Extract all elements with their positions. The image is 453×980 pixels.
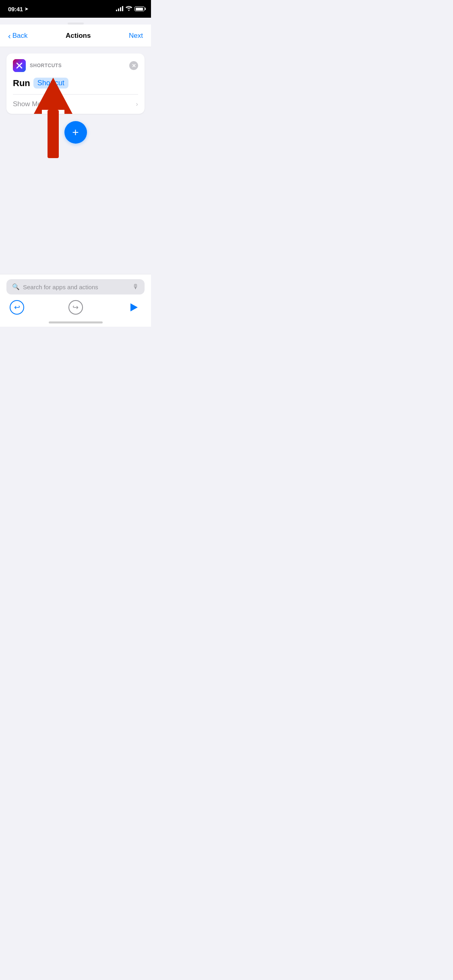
back-chevron-icon: ‹ bbox=[8, 32, 11, 40]
search-icon: 🔍 bbox=[12, 283, 20, 290]
bottom-actions: ↩ ↪ bbox=[6, 300, 145, 315]
wifi-icon bbox=[126, 6, 132, 12]
battery-icon bbox=[134, 6, 145, 11]
app-label: SHORTCUTS bbox=[30, 63, 62, 68]
back-button[interactable]: ‹ Back bbox=[8, 32, 27, 40]
shortcuts-app-icon bbox=[13, 59, 26, 72]
undo-icon: ↩ bbox=[14, 303, 20, 312]
signal-icon bbox=[116, 6, 123, 11]
status-icons bbox=[116, 6, 145, 12]
action-card: SHORTCUTS ✕ Run Shortcut Show Mo › bbox=[6, 54, 145, 114]
svg-rect-1 bbox=[48, 110, 59, 158]
show-more-row[interactable]: Show Mo › bbox=[6, 95, 145, 114]
show-more-text: Show Mo bbox=[13, 100, 41, 108]
add-action-button[interactable]: + bbox=[64, 121, 87, 144]
microphone-icon[interactable]: 🎙 bbox=[132, 283, 139, 290]
undo-button[interactable]: ↩ bbox=[10, 300, 24, 315]
search-bar[interactable]: 🔍 Search for apps and actions 🎙 bbox=[6, 279, 145, 294]
play-button[interactable] bbox=[127, 300, 141, 315]
close-button[interactable]: ✕ bbox=[129, 61, 138, 70]
main-content: SHORTCUTS ✕ Run Shortcut Show Mo › + bbox=[0, 47, 151, 284]
redo-button[interactable]: ↪ bbox=[68, 300, 83, 315]
play-icon bbox=[130, 303, 138, 311]
status-bar: 09:41 ➤ bbox=[0, 0, 151, 18]
next-button[interactable]: Next bbox=[129, 32, 143, 40]
chevron-right-icon: › bbox=[136, 100, 138, 108]
page-title: Actions bbox=[66, 32, 91, 40]
redo-icon: ↪ bbox=[72, 303, 79, 312]
card-header: SHORTCUTS ✕ bbox=[6, 54, 145, 76]
search-placeholder: Search for apps and actions bbox=[23, 284, 129, 290]
time-display: 09:41 bbox=[8, 6, 23, 12]
card-action-row: Run Shortcut bbox=[6, 76, 145, 94]
location-arrow-icon: ➤ bbox=[25, 6, 28, 12]
shortcut-pill[interactable]: Shortcut bbox=[33, 78, 68, 89]
bottom-bar: 🔍 Search for apps and actions 🎙 ↩ ↪ bbox=[0, 274, 151, 327]
close-icon: ✕ bbox=[132, 63, 136, 68]
back-label: Back bbox=[12, 32, 28, 40]
home-indicator bbox=[49, 321, 103, 323]
plus-icon: + bbox=[72, 127, 79, 138]
run-text: Run bbox=[13, 78, 30, 89]
status-time: 09:41 ➤ bbox=[8, 6, 28, 12]
nav-bar: ‹ Back Actions Next bbox=[0, 25, 151, 47]
card-header-left: SHORTCUTS bbox=[13, 59, 62, 72]
